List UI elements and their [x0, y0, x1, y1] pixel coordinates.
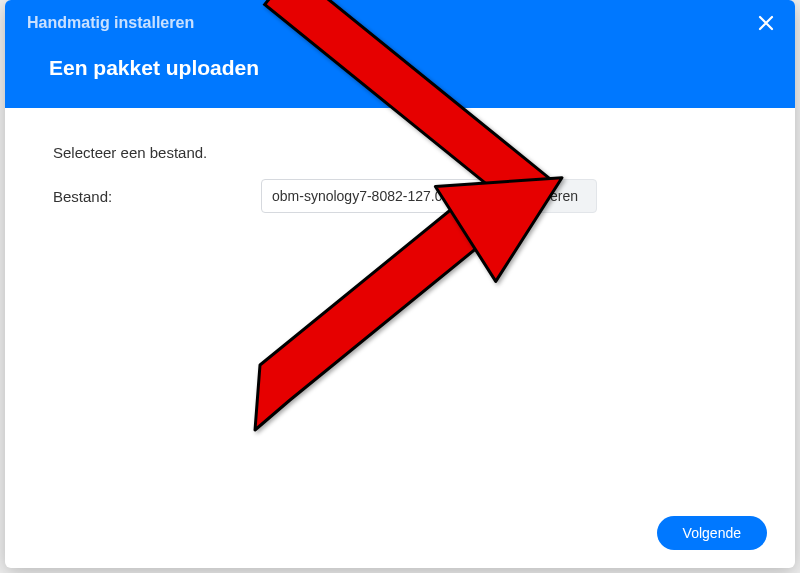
modal-body: Selecteer een bestand. Bestand: Bladeren — [5, 108, 795, 498]
manual-install-modal: Handmatig installeren Een pakket uploade… — [5, 0, 795, 568]
modal-footer: Volgende — [5, 498, 795, 568]
file-path-input[interactable] — [261, 179, 493, 213]
instruction-text: Selecteer een bestand. — [53, 144, 747, 161]
close-icon — [758, 15, 774, 35]
modal-header: Handmatig installeren Een pakket uploade… — [5, 0, 795, 108]
modal-title: Handmatig installeren — [27, 14, 773, 32]
next-button[interactable]: Volgende — [657, 516, 767, 550]
file-label: Bestand: — [53, 188, 261, 205]
file-row: Bestand: Bladeren — [53, 179, 747, 213]
browse-button[interactable]: Bladeren — [503, 179, 597, 213]
modal-subtitle: Een pakket uploaden — [49, 56, 773, 80]
close-button[interactable] — [751, 10, 781, 40]
